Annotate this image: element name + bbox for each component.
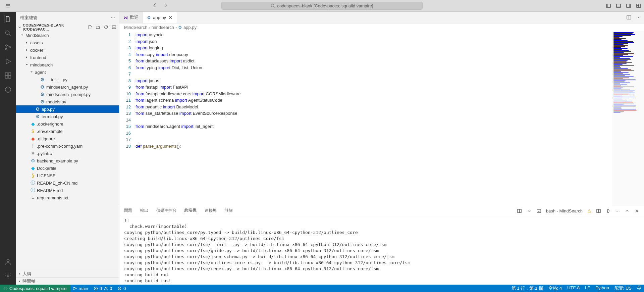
chevron-down-icon[interactable] [527,208,532,213]
more-icon[interactable]: ⋯ [615,208,620,213]
file-item[interactable]: ≡requirements.txt [16,194,119,201]
customize-layout-icon[interactable] [636,3,641,8]
indentation[interactable]: 空格: 4 [546,285,565,291]
terminal-name[interactable]: bash - MindSearch [546,208,583,213]
warning-icon[interactable]: ⚠ [587,208,591,213]
language-mode[interactable]: Python [593,285,611,290]
terminal-icon[interactable] [536,208,541,213]
notifications-icon[interactable] [634,285,644,290]
breadcrumb-item[interactable]: ⚙ app.py [178,25,197,30]
chevron-icon [25,48,29,52]
new-folder-icon[interactable] [96,25,100,30]
tab-歡迎[interactable]: ⋈歡迎 [119,12,143,23]
branch-indicator[interactable]: main [70,285,91,292]
file-item[interactable]: ⓘREADME_zh-CN.md [16,179,119,187]
folder-item[interactable]: MindSearch [16,32,119,39]
split-terminal-icon[interactable] [517,208,522,213]
collapse-icon[interactable] [112,25,116,30]
command-center[interactable]: codespaces-blank [Codespaces: squalid va… [221,2,423,10]
activity-extensions[interactable] [4,71,12,80]
ports-indicator[interactable]: 0 [115,285,128,292]
sidebar-root[interactable]: CODESPACES-BLANK [CODESPAC... [16,23,119,31]
remote-indicator[interactable]: Codespaces: squalid vampire [0,285,70,292]
file-item[interactable]: ⚙models.py [16,98,119,105]
file-item[interactable]: ⚙app.py [16,105,119,113]
item-label: mindsearch_agent.py [46,85,88,90]
panel-tab-連接埠[interactable]: 連接埠 [205,208,217,214]
terminal-output[interactable]: !! check.warn(importable) copying python… [119,216,644,285]
breadcrumb-item[interactable]: MindSearch [124,25,147,30]
titlebar-right [606,3,641,8]
keyboard-layout[interactable]: 配置: US [612,285,634,291]
item-label: mindsearch_prompt.py [46,92,91,97]
more-icon[interactable]: ⋯ [111,15,115,20]
nav-back-icon[interactable] [153,3,157,9]
refresh-icon[interactable] [104,25,108,30]
panel-tab-註解[interactable]: 註解 [225,208,233,214]
close-icon[interactable]: ✕ [168,15,173,20]
outline-section[interactable]: 大綱 [16,270,119,277]
command-center-text: codespaces-blank [Codespaces: squalid va… [277,3,373,8]
panel-tab-終端機[interactable]: 終端機 [184,208,197,214]
timeline-section[interactable]: 時間軸 [16,277,119,285]
code-area[interactable]: import asyncioimport jsonimport loggingf… [136,31,612,206]
file-item[interactable]: ≡.pylintrc [16,150,119,157]
new-file-icon[interactable] [88,25,92,30]
svg-point-7 [5,48,7,50]
activity-settings[interactable] [4,272,12,280]
editor[interactable]: 123456789101112131415161718 import async… [119,31,644,206]
layout-sidebar-left-icon[interactable] [606,3,611,8]
split-icon[interactable] [596,208,601,213]
file-item[interactable]: $.env.example [16,128,119,135]
file-item[interactable]: ⚙backend_example.py [16,157,119,164]
eol[interactable]: LF [582,285,593,290]
file-item[interactable]: !.pre-commit-config.yaml [16,142,119,150]
menu-button[interactable] [0,0,16,12]
encoding[interactable]: UTF-8 [565,285,582,290]
activity-run-debug[interactable] [4,57,12,65]
folder-item[interactable]: docker [16,46,119,54]
file-item[interactable]: ⚙mindsearch_prompt.py [16,91,119,98]
problems-indicator[interactable]: 0 0 [91,285,115,292]
panel-tab-問題[interactable]: 問題 [124,208,132,214]
layout-sidebar-right-icon[interactable] [626,3,631,8]
activity-search[interactable] [4,29,12,37]
panel-tab-輸出[interactable]: 輸出 [140,208,148,214]
file-item[interactable]: ⓘREADME.md [16,187,119,194]
folder-item[interactable]: mindsearch [16,61,119,68]
breadcrumb-item[interactable]: mindsearch [152,25,174,30]
activity-github[interactable] [4,86,12,94]
svg-point-5 [6,31,9,35]
svg-rect-9 [5,73,8,75]
panel-tab-偵錯主控台[interactable]: 偵錯主控台 [156,208,176,214]
breadcrumb[interactable]: MindSearch›mindsearch›⚙ app.py [119,23,644,31]
trash-icon[interactable] [606,208,611,213]
folder-item[interactable]: agent [16,68,119,76]
nav-forward-icon[interactable] [163,3,168,9]
file-item[interactable]: ◆.dockerignore [16,120,119,128]
activity-explorer[interactable] [4,15,12,23]
minimap[interactable] [612,31,644,206]
file-tree: MindSearchassetsdockerfrontendmindsearch… [16,31,119,270]
folder-item[interactable]: frontend [16,54,119,61]
file-item[interactable]: ◆.gitignore [16,135,119,142]
maximize-icon[interactable] [625,208,630,213]
file-item[interactable]: ⚙mindsearch_agent.py [16,83,119,91]
svg-rect-3 [627,4,631,7]
item-label: .pylintrc [37,151,52,156]
split-editor-icon[interactable] [626,15,632,20]
activity-source-control[interactable] [4,43,12,51]
file-item[interactable]: ⚙terminal.py [16,113,119,120]
more-icon[interactable]: ⋯ [636,15,641,20]
tab-app.py[interactable]: ⚙app.py✕ [143,12,177,23]
activity-accounts[interactable] [4,258,12,266]
folder-item[interactable]: assets [16,39,119,46]
svg-point-13 [5,87,11,93]
file-item[interactable]: ⚙__init__.py [16,76,119,83]
cursor-position[interactable]: 第 1 行，第 1 欄 [509,285,546,291]
layout-panel-icon[interactable] [616,3,621,8]
close-panel-icon[interactable] [634,208,639,213]
svg-point-0 [271,4,274,7]
file-item[interactable]: ◆Dockerfile [16,164,119,172]
file-item[interactable]: §LICENSE [16,172,119,179]
